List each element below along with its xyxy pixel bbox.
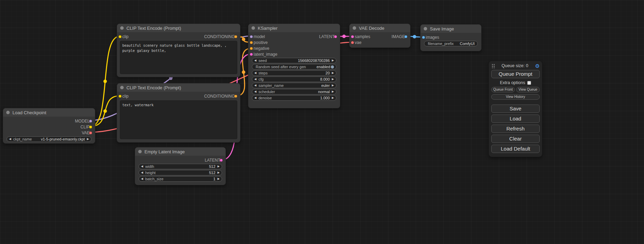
node-vae-decode[interactable]: VAE Decode samples IMAGE vae — [349, 24, 411, 48]
increment-arrow-icon[interactable]: ▶ — [332, 90, 334, 93]
link-midpoint-dot[interactable] — [104, 80, 107, 83]
clip-input-port[interactable] — [118, 35, 122, 38]
port-row: latent_image — [248, 51, 340, 57]
widget-filename-prefix[interactable]: filename_prefix ComfyUI — [424, 41, 478, 46]
vae-output-port[interactable] — [89, 131, 92, 134]
link-midpoint-dot[interactable] — [104, 109, 107, 113]
decrement-arrow-icon[interactable]: ◀ — [254, 72, 256, 74]
widget-batch-size[interactable]: ◀ batch_size 1 ▶ — [139, 176, 222, 182]
node-clip-text-encode-negative[interactable]: CLIP Text Encode (Prompt) clip CONDITION… — [117, 83, 240, 143]
conditioning-output-port[interactable] — [234, 94, 237, 98]
load-button[interactable]: Load — [491, 115, 540, 123]
collapse-toggle-icon[interactable] — [353, 26, 356, 30]
view-history-button[interactable]: View History — [491, 94, 540, 100]
increment-arrow-icon[interactable]: ▶ — [332, 97, 334, 99]
drag-handle-icon[interactable] — [492, 64, 495, 68]
widget-cfg[interactable]: ◀ cfg 8.000 ▶ — [252, 76, 336, 82]
link-midpoint-dot[interactable] — [242, 71, 245, 74]
widget-seed[interactable]: ◀ seed 156680208700286 ▶ — [252, 58, 336, 63]
view-queue-button[interactable]: View Queue — [516, 87, 540, 92]
widget-height[interactable]: ◀ height 512 ▶ — [139, 170, 222, 175]
increment-arrow-icon[interactable]: ▶ — [332, 59, 334, 62]
node-title: CLIP Text Encode (Prompt) — [126, 26, 181, 31]
settings-gear-icon[interactable]: ⚙ — [535, 63, 540, 69]
node-clip-text-encode-positive[interactable]: CLIP Text Encode (Prompt) clip CONDITION… — [117, 24, 240, 77]
clip-input-port[interactable] — [118, 94, 122, 98]
clear-button[interactable]: Clear — [491, 135, 540, 143]
node-title-bar[interactable]: CLIP Text Encode (Prompt) — [117, 24, 240, 32]
node-title-bar[interactable]: Save Image — [421, 25, 481, 33]
latent-image-input-port[interactable] — [250, 53, 253, 56]
increment-arrow-icon[interactable]: ▶ — [332, 78, 334, 81]
node-title-bar[interactable]: VAE Decode — [350, 24, 410, 32]
link-midpoint-dot[interactable] — [342, 35, 346, 38]
increment-arrow-icon[interactable]: ▶ — [332, 72, 334, 74]
widget-value: v1-5-pruned-emaonly.ckpt — [41, 137, 85, 141]
queue-front-button[interactable]: Queue Front — [491, 87, 515, 92]
collapse-toggle-icon[interactable] — [6, 111, 10, 114]
decrement-arrow-icon[interactable]: ◀ — [141, 165, 143, 168]
images-input-port[interactable] — [422, 36, 425, 39]
node-empty-latent-image[interactable]: Empty Latent Image LATENT ◀ width 512 ▶ … — [135, 147, 226, 185]
widget-ckpt-name[interactable]: ◀ ckpt_name v1-5-pruned-emaonly.ckpt ▶ — [7, 136, 91, 142]
widget-denoise[interactable]: ◀ denoise 1.000 ▶ — [252, 95, 336, 101]
increment-arrow-icon[interactable]: ▶ — [218, 178, 220, 180]
latent-output-port[interactable] — [220, 159, 223, 162]
widget-sampler-name[interactable]: ◀ sampler_name euler ▶ — [252, 83, 336, 88]
increment-arrow-icon[interactable]: ▶ — [87, 138, 89, 141]
collapse-toggle-icon[interactable] — [138, 150, 142, 153]
link-midpoint-dot[interactable] — [413, 35, 416, 38]
decrement-arrow-icon[interactable]: ◀ — [9, 138, 11, 141]
node-ksampler[interactable]: KSampler model LATENT positive negative … — [248, 24, 340, 108]
widget-value: 156680208700286 — [298, 58, 330, 63]
node-title-bar[interactable]: Load Checkpoint — [3, 108, 95, 117]
widget-scheduler[interactable]: ◀ scheduler normal ▶ — [252, 89, 336, 94]
load-default-button[interactable]: Load Default — [491, 145, 540, 153]
vae-input-port[interactable] — [351, 41, 354, 44]
latent-output-port[interactable] — [334, 35, 337, 38]
extra-options-checkbox[interactable] — [527, 81, 531, 85]
queue-prompt-button[interactable]: Queue Prompt — [491, 70, 540, 78]
decrement-arrow-icon[interactable]: ◀ — [254, 84, 256, 87]
link-midpoint-dot[interactable] — [242, 38, 245, 41]
node-title-bar[interactable]: CLIP Text Encode (Prompt) — [117, 83, 240, 92]
widget-label: denoise — [258, 96, 272, 100]
widget-label: Random seed after every gen — [256, 65, 306, 69]
collapse-toggle-icon[interactable] — [252, 26, 255, 30]
node-title-bar[interactable]: KSampler — [248, 24, 340, 32]
widget-steps[interactable]: ◀ steps 20 ▶ — [252, 70, 336, 76]
node-load-checkpoint[interactable]: Load Checkpoint MODEL CLIP VAE ◀ ckpt_na… — [3, 108, 95, 144]
decrement-arrow-icon[interactable]: ◀ — [254, 97, 256, 99]
node-save-image[interactable]: Save Image images filename_prefix ComfyU… — [420, 24, 482, 51]
increment-arrow-icon[interactable]: ▶ — [218, 165, 220, 168]
collapse-toggle-icon[interactable] — [424, 27, 427, 30]
increment-arrow-icon[interactable]: ▶ — [332, 84, 334, 87]
decrement-arrow-icon[interactable]: ◀ — [254, 59, 256, 62]
decrement-arrow-icon[interactable]: ◀ — [141, 178, 143, 180]
model-input-port[interactable] — [250, 35, 253, 38]
refresh-button[interactable]: Refresh — [491, 125, 540, 133]
positive-input-port[interactable] — [250, 41, 253, 44]
samples-input-port[interactable] — [351, 35, 354, 38]
clip-output-port[interactable] — [89, 125, 92, 128]
increment-arrow-icon[interactable]: ▶ — [218, 171, 220, 174]
toggle-indicator-icon[interactable] — [331, 65, 334, 69]
port-label: vae — [355, 40, 361, 45]
conditioning-output-port[interactable] — [234, 35, 237, 38]
node-title: CLIP Text Encode (Prompt) — [126, 85, 181, 90]
node-title-bar[interactable]: Empty Latent Image — [135, 147, 226, 156]
widget-width[interactable]: ◀ width 512 ▶ — [139, 164, 222, 169]
model-output-port[interactable] — [89, 119, 92, 123]
negative-prompt-textarea[interactable]: text, watermark — [120, 100, 237, 139]
negative-input-port[interactable] — [250, 47, 253, 50]
positive-prompt-textarea[interactable]: beautiful scenery nature glass bottle la… — [120, 41, 237, 74]
node-graph-canvas[interactable]: Load Checkpoint MODEL CLIP VAE ◀ ckpt_na… — [0, 0, 644, 244]
collapse-toggle-icon[interactable] — [120, 26, 124, 30]
decrement-arrow-icon[interactable]: ◀ — [254, 90, 256, 93]
collapse-toggle-icon[interactable] — [120, 86, 124, 89]
image-output-port[interactable] — [404, 35, 407, 38]
decrement-arrow-icon[interactable]: ◀ — [141, 171, 143, 174]
decrement-arrow-icon[interactable]: ◀ — [254, 78, 256, 81]
save-button[interactable]: Save — [491, 105, 540, 113]
widget-random-seed[interactable]: Random seed after every gen enabled — [252, 64, 336, 70]
